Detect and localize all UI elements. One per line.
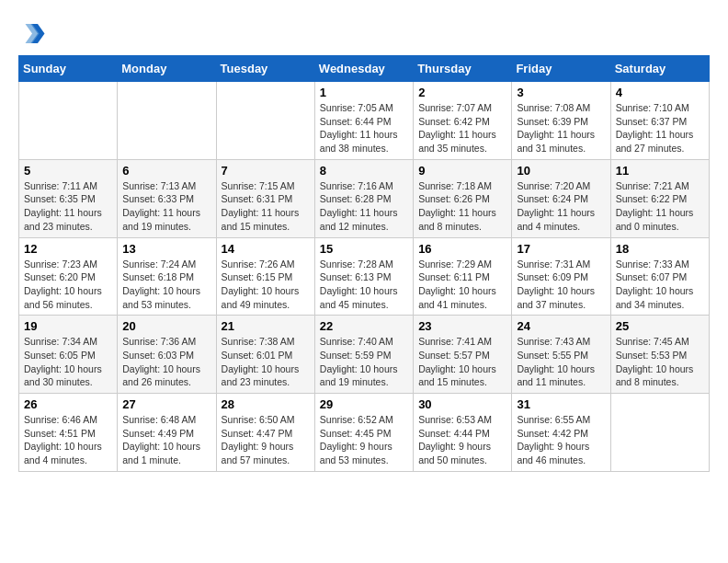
day-number: 3	[517, 86, 605, 99]
day-detail: Sunrise: 7:28 AM Sunset: 6:13 PM Dayligh…	[320, 258, 408, 312]
calendar-cell: 27Sunrise: 6:48 AM Sunset: 4:49 PM Dayli…	[118, 394, 216, 472]
day-detail: Sunrise: 6:50 AM Sunset: 4:47 PM Dayligh…	[222, 413, 310, 467]
logo-icon	[18, 18, 46, 46]
calendar-cell	[19, 82, 118, 160]
calendar-cell: 31Sunrise: 6:55 AM Sunset: 4:42 PM Dayli…	[512, 394, 610, 472]
calendar-header-row: SundayMondayTuesdayWednesdayThursdayFrid…	[19, 56, 710, 82]
day-number: 15	[320, 242, 408, 256]
calendar-cell: 15Sunrise: 7:28 AM Sunset: 6:13 PM Dayli…	[314, 237, 413, 316]
calendar-cell: 28Sunrise: 6:50 AM Sunset: 4:47 PM Dayli…	[216, 394, 314, 472]
day-number: 6	[122, 164, 210, 178]
day-detail: Sunrise: 6:48 AM Sunset: 4:49 PM Dayligh…	[122, 413, 210, 467]
calendar-week-row: 12Sunrise: 7:23 AM Sunset: 6:20 PM Dayli…	[19, 237, 710, 316]
header-cell-wednesday: Wednesday	[314, 56, 413, 82]
calendar-cell: 24Sunrise: 7:43 AM Sunset: 5:55 PM Dayli…	[512, 316, 610, 394]
calendar-cell: 4Sunrise: 7:10 AM Sunset: 6:37 PM Daylig…	[610, 82, 709, 160]
calendar-cell: 1Sunrise: 7:05 AM Sunset: 6:44 PM Daylig…	[314, 82, 413, 160]
calendar-cell: 20Sunrise: 7:36 AM Sunset: 6:03 PM Dayli…	[118, 316, 216, 394]
day-number: 10	[517, 164, 605, 178]
header-cell-tuesday: Tuesday	[216, 56, 314, 82]
day-detail: Sunrise: 7:26 AM Sunset: 6:15 PM Dayligh…	[222, 258, 310, 312]
day-detail: Sunrise: 7:05 AM Sunset: 6:44 PM Dayligh…	[320, 101, 408, 155]
day-number: 22	[320, 319, 408, 333]
day-detail: Sunrise: 7:31 AM Sunset: 6:09 PM Dayligh…	[517, 258, 605, 312]
calendar-cell: 6Sunrise: 7:13 AM Sunset: 6:33 PM Daylig…	[118, 159, 216, 237]
header-cell-friday: Friday	[512, 56, 610, 82]
day-number: 12	[24, 242, 112, 256]
day-number: 20	[122, 319, 210, 333]
day-detail: Sunrise: 7:21 AM Sunset: 6:22 PM Dayligh…	[616, 179, 704, 234]
day-detail: Sunrise: 7:20 AM Sunset: 6:24 PM Dayligh…	[517, 179, 605, 234]
calendar-cell: 21Sunrise: 7:38 AM Sunset: 6:01 PM Dayli…	[216, 316, 314, 394]
calendar-cell: 29Sunrise: 6:52 AM Sunset: 4:45 PM Dayli…	[314, 394, 413, 472]
day-detail: Sunrise: 6:55 AM Sunset: 4:42 PM Dayligh…	[517, 413, 605, 467]
day-detail: Sunrise: 7:43 AM Sunset: 5:55 PM Dayligh…	[517, 335, 605, 389]
calendar-cell: 2Sunrise: 7:07 AM Sunset: 6:42 PM Daylig…	[414, 82, 512, 160]
day-detail: Sunrise: 6:46 AM Sunset: 4:51 PM Dayligh…	[24, 413, 112, 467]
calendar-cell: 9Sunrise: 7:18 AM Sunset: 6:26 PM Daylig…	[414, 159, 512, 237]
day-detail: Sunrise: 7:16 AM Sunset: 6:28 PM Dayligh…	[320, 179, 408, 234]
day-detail: Sunrise: 6:53 AM Sunset: 4:44 PM Dayligh…	[418, 413, 506, 467]
page-header	[18, 18, 710, 46]
day-detail: Sunrise: 7:13 AM Sunset: 6:33 PM Dayligh…	[122, 179, 210, 234]
calendar-cell: 25Sunrise: 7:45 AM Sunset: 5:53 PM Dayli…	[610, 316, 709, 394]
day-number: 21	[222, 319, 310, 333]
calendar-cell	[118, 82, 216, 160]
day-detail: Sunrise: 7:10 AM Sunset: 6:37 PM Dayligh…	[616, 101, 704, 155]
calendar-week-row: 5Sunrise: 7:11 AM Sunset: 6:35 PM Daylig…	[19, 159, 710, 237]
day-detail: Sunrise: 7:33 AM Sunset: 6:07 PM Dayligh…	[616, 258, 704, 312]
day-number: 8	[320, 164, 408, 178]
calendar-cell	[216, 82, 314, 160]
day-number: 16	[418, 242, 506, 256]
header-cell-monday: Monday	[118, 56, 216, 82]
calendar-cell: 12Sunrise: 7:23 AM Sunset: 6:20 PM Dayli…	[19, 237, 118, 316]
day-detail: Sunrise: 7:45 AM Sunset: 5:53 PM Dayligh…	[616, 335, 704, 389]
day-detail: Sunrise: 7:38 AM Sunset: 6:01 PM Dayligh…	[222, 335, 310, 389]
day-number: 17	[517, 242, 605, 256]
day-number: 31	[517, 397, 605, 411]
day-detail: Sunrise: 7:08 AM Sunset: 6:39 PM Dayligh…	[517, 101, 605, 155]
calendar-cell: 5Sunrise: 7:11 AM Sunset: 6:35 PM Daylig…	[19, 159, 118, 237]
calendar-cell: 8Sunrise: 7:16 AM Sunset: 6:28 PM Daylig…	[314, 159, 413, 237]
day-number: 13	[122, 242, 210, 256]
day-number: 14	[222, 242, 310, 256]
calendar-cell	[610, 394, 709, 472]
logo	[18, 18, 50, 46]
day-number: 18	[616, 242, 704, 256]
day-number: 27	[122, 397, 210, 411]
calendar-week-row: 26Sunrise: 6:46 AM Sunset: 4:51 PM Dayli…	[19, 394, 710, 472]
calendar-cell: 3Sunrise: 7:08 AM Sunset: 6:39 PM Daylig…	[512, 82, 610, 160]
day-number: 4	[616, 86, 704, 99]
day-number: 30	[418, 397, 506, 411]
calendar-cell: 17Sunrise: 7:31 AM Sunset: 6:09 PM Dayli…	[512, 237, 610, 316]
day-number: 11	[616, 164, 704, 178]
day-detail: Sunrise: 7:29 AM Sunset: 6:11 PM Dayligh…	[418, 258, 506, 312]
day-detail: Sunrise: 7:41 AM Sunset: 5:57 PM Dayligh…	[418, 335, 506, 389]
calendar-cell: 11Sunrise: 7:21 AM Sunset: 6:22 PM Dayli…	[610, 159, 709, 237]
calendar-cell: 13Sunrise: 7:24 AM Sunset: 6:18 PM Dayli…	[118, 237, 216, 316]
calendar-cell: 19Sunrise: 7:34 AM Sunset: 6:05 PM Dayli…	[19, 316, 118, 394]
day-number: 5	[24, 164, 112, 178]
day-number: 7	[222, 164, 310, 178]
calendar-cell: 10Sunrise: 7:20 AM Sunset: 6:24 PM Dayli…	[512, 159, 610, 237]
calendar-week-row: 19Sunrise: 7:34 AM Sunset: 6:05 PM Dayli…	[19, 316, 710, 394]
day-number: 1	[320, 86, 408, 99]
day-number: 23	[418, 319, 506, 333]
day-number: 19	[24, 319, 112, 333]
calendar-cell: 23Sunrise: 7:41 AM Sunset: 5:57 PM Dayli…	[414, 316, 512, 394]
day-detail: Sunrise: 7:15 AM Sunset: 6:31 PM Dayligh…	[222, 179, 310, 234]
day-number: 24	[517, 319, 605, 333]
day-number: 9	[418, 164, 506, 178]
day-detail: Sunrise: 7:18 AM Sunset: 6:26 PM Dayligh…	[418, 179, 506, 234]
calendar-cell: 30Sunrise: 6:53 AM Sunset: 4:44 PM Dayli…	[414, 394, 512, 472]
day-detail: Sunrise: 7:40 AM Sunset: 5:59 PM Dayligh…	[320, 335, 408, 389]
day-number: 2	[418, 86, 506, 99]
day-detail: Sunrise: 7:07 AM Sunset: 6:42 PM Dayligh…	[418, 101, 506, 155]
day-detail: Sunrise: 7:11 AM Sunset: 6:35 PM Dayligh…	[24, 179, 112, 234]
header-cell-saturday: Saturday	[610, 56, 709, 82]
day-detail: Sunrise: 7:23 AM Sunset: 6:20 PM Dayligh…	[24, 258, 112, 312]
day-detail: Sunrise: 7:34 AM Sunset: 6:05 PM Dayligh…	[24, 335, 112, 389]
day-detail: Sunrise: 6:52 AM Sunset: 4:45 PM Dayligh…	[320, 413, 408, 467]
header-cell-sunday: Sunday	[19, 56, 118, 82]
calendar-cell: 22Sunrise: 7:40 AM Sunset: 5:59 PM Dayli…	[314, 316, 413, 394]
